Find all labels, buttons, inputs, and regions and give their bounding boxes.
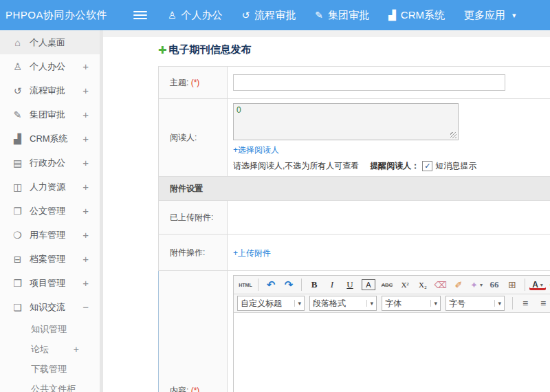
auto-typeset-button[interactable]: ✦ xyxy=(468,278,485,292)
expand-toggle-icon[interactable]: + xyxy=(82,253,89,265)
nav-workflow-approval[interactable]: ↺ 流程审批 xyxy=(242,9,296,22)
sidebar-item-crm-system[interactable]: ▟ CRM系统 + xyxy=(0,127,100,151)
content-row: 内容: (*) HTML ↶ ↷ xyxy=(159,271,550,392)
expand-toggle-icon[interactable]: + xyxy=(82,205,89,217)
readers-row: 阅读人: 0 +选择阅读人 请选择阅读人,不选为所有人可查看 提醒阅读人： ✓ … xyxy=(159,99,550,177)
nav-group-approval[interactable]: ✎ 集团审批 xyxy=(315,9,369,22)
toolbar-separator xyxy=(301,279,302,291)
undo-button[interactable]: ↶ xyxy=(263,278,279,292)
sidebar-item-label: 下载管理 xyxy=(31,363,67,375)
uploaded-attachments-label: 已上传附件: xyxy=(170,213,213,222)
sidebar-item-workflow-approval[interactable]: ↺ 流程审批 + xyxy=(0,78,100,102)
resize-handle-icon[interactable] xyxy=(450,132,456,138)
font-color-button[interactable]: A xyxy=(529,279,546,290)
expand-toggle-icon[interactable]: + xyxy=(82,61,89,72)
sidebar-item-personal-desktop[interactable]: ⌂ 个人桌面 xyxy=(0,30,100,54)
sidebar-item-public-file-cabinet[interactable]: 公共文件柜 xyxy=(0,379,100,392)
paste-button[interactable]: ⊞ xyxy=(504,278,520,292)
remove-format-button[interactable]: ⌫ xyxy=(432,278,449,292)
align-left-button[interactable]: ≡ xyxy=(517,296,534,310)
nav-more-apps[interactable]: 更多应用 xyxy=(464,9,505,22)
font-border-button[interactable]: A xyxy=(362,279,375,290)
sidebar-item-project-management[interactable]: ❒ 项目管理 + xyxy=(0,271,100,295)
top-nav: ♙ 个人办公 ↺ 流程审批 ✎ 集团审批 ▟ CRM系统 xyxy=(168,9,445,22)
sms-notify-label: 短消息提示 xyxy=(435,160,476,172)
top-header: PHPOA协同办公软件 ♙ 个人办公 ↺ 流程审批 ✎ 集团审批 ▟ CRM系统 xyxy=(0,0,550,30)
expand-toggle-icon[interactable]: + xyxy=(82,85,89,96)
strikethrough-button[interactable]: ABC xyxy=(379,278,395,292)
font-size-select[interactable]: 字号 xyxy=(446,296,505,311)
nav-label: CRM系统 xyxy=(401,9,445,22)
sidebar-item-download-management[interactable]: 下载管理 xyxy=(0,359,100,379)
sidebar-item-document-management[interactable]: ❐ 公文管理 + xyxy=(0,199,100,223)
nav-label: 集团审批 xyxy=(328,9,369,22)
custom-title-select[interactable]: 自定义标题 xyxy=(237,296,305,311)
subscript-button[interactable]: X₂ xyxy=(415,278,431,292)
superscript-button[interactable]: X² xyxy=(397,278,413,292)
sidebar-item-group-approval[interactable]: ✎ 集团审批 + xyxy=(0,102,100,127)
subject-row: 主题: (*) xyxy=(159,67,550,99)
readers-hint-text: 请选择阅读人,不选为所有人可查看 xyxy=(233,160,359,172)
readers-label-cell: 阅读人: xyxy=(159,99,228,177)
sidebar-item-personal-office[interactable]: ♙ 个人办公 + xyxy=(0,54,100,78)
expand-toggle-icon[interactable]: + xyxy=(74,344,79,355)
sms-checkbox[interactable]: ✓ xyxy=(422,161,432,171)
main-content: ✚ 电子期刊信息发布 主题: (*) 阅读人: 0 +选择阅读人 xyxy=(103,30,550,392)
document-icon: ❐ xyxy=(12,206,23,217)
select-readers-link[interactable]: +选择阅读人 xyxy=(233,144,279,156)
nav-crm-system[interactable]: ▟ CRM系统 xyxy=(388,9,445,22)
font-family-select[interactable]: 字体 xyxy=(382,296,441,311)
editor-toolbar-row1: HTML ↶ ↷ B I xyxy=(234,276,550,294)
content-top-strip xyxy=(103,30,550,37)
sidebar-item-human-resources[interactable]: ◫ 人力资源 + xyxy=(0,175,100,199)
readers-label: 阅读人: xyxy=(170,133,197,142)
hamburger-menu-icon[interactable] xyxy=(133,9,147,21)
sidebar-item-label: 流程审批 xyxy=(30,85,65,97)
chevron-down-icon[interactable]: ▾ xyxy=(512,11,516,20)
highlight-button[interactable]: ✒ xyxy=(547,278,550,292)
redo-button[interactable]: ↷ xyxy=(280,278,297,292)
sidebar-item-archive-management[interactable]: ⊟ 档案管理 + xyxy=(0,247,100,271)
home-icon: ⌂ xyxy=(12,37,23,48)
expand-toggle-icon[interactable]: + xyxy=(82,277,89,289)
expand-toggle-icon[interactable]: + xyxy=(82,133,89,144)
sidebar-item-knowledge-management[interactable]: 知识管理 xyxy=(0,319,100,339)
html-source-button[interactable]: HTML xyxy=(237,278,254,292)
bold-button[interactable]: B xyxy=(306,278,322,292)
expand-toggle-icon[interactable]: + xyxy=(82,109,89,120)
toolbar-separator xyxy=(258,279,258,291)
sidebar-item-label: 公文管理 xyxy=(30,205,65,217)
paragraph-format-select[interactable]: 段落格式 xyxy=(309,296,377,311)
uploaded-attachments-value xyxy=(228,201,550,235)
blockquote-button[interactable]: 66 xyxy=(486,278,503,292)
person-icon: ♙ xyxy=(12,61,23,72)
readers-textarea[interactable]: 0 xyxy=(233,103,459,140)
sidebar-item-label: 用车管理 xyxy=(30,229,65,241)
content-label-cell: 内容: (*) xyxy=(159,271,228,392)
expand-toggle-icon[interactable]: + xyxy=(82,229,89,241)
format-brush-button[interactable]: ✐ xyxy=(450,278,467,292)
sidebar-item-label: 知识管理 xyxy=(31,323,67,336)
editor-content[interactable] xyxy=(234,313,550,392)
nav-personal-office[interactable]: ♙ 个人办公 xyxy=(168,9,223,22)
sidebar-item-knowledge-exchange[interactable]: ❏ 知识交流 − xyxy=(0,295,100,319)
align-center-button[interactable]: ≡ xyxy=(535,296,550,310)
car-icon: ❍ xyxy=(12,230,23,241)
required-mark: (*) xyxy=(191,386,200,392)
sidebar-item-vehicle-management[interactable]: ❍ 用车管理 + xyxy=(0,223,100,247)
edit-icon: ✎ xyxy=(315,10,323,20)
expand-toggle-icon[interactable]: + xyxy=(82,157,89,168)
underline-button[interactable]: U xyxy=(342,278,358,292)
expand-toggle-icon[interactable]: − xyxy=(82,301,89,313)
expand-toggle-icon[interactable]: + xyxy=(82,181,89,193)
archive-icon: ⊟ xyxy=(12,254,23,265)
edit-icon: ✎ xyxy=(12,109,23,120)
sidebar-item-label: 论坛 xyxy=(31,343,49,356)
sidebar-item-forum[interactable]: 论坛 + xyxy=(0,339,100,359)
sidebar: ⌂ 个人桌面 ♙ 个人办公 + ↺ 流程审批 + ✎ 集团审批 + ▟ CRM系… xyxy=(0,30,103,392)
add-icon: ✚ xyxy=(158,44,167,56)
italic-button[interactable]: I xyxy=(324,278,340,292)
subject-input[interactable] xyxy=(233,74,505,91)
upload-attachment-link[interactable]: +上传附件 xyxy=(233,248,271,259)
sidebar-item-admin-office[interactable]: ▤ 行政办公 + xyxy=(0,151,100,175)
